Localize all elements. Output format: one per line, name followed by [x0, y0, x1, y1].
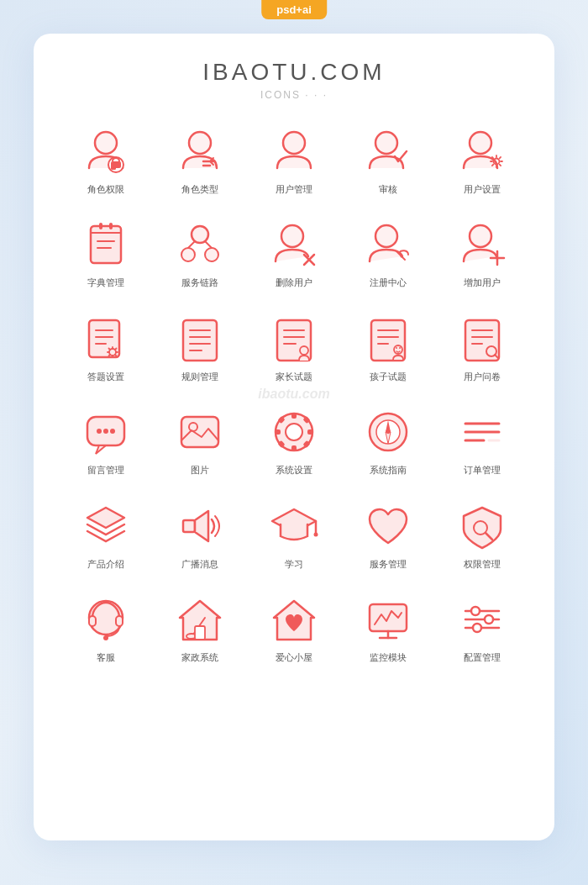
icon-label: 用户设置: [464, 183, 501, 196]
svg-rect-14: [109, 223, 113, 229]
list-item: 服务链路: [153, 211, 247, 296]
list-item: 图片: [153, 398, 247, 483]
card-header: IBAOTU.COM ICONS · · ·: [59, 59, 529, 101]
list-item: 学习: [247, 493, 341, 577]
list-item: 产品介绍: [59, 493, 153, 577]
svg-point-27: [470, 225, 491, 247]
list-item: 注册中心: [341, 211, 435, 296]
icon-label: 孩子试题: [370, 371, 407, 383]
list-item: 字典管理: [59, 211, 153, 296]
icon-label: 规则管理: [181, 371, 218, 383]
svg-point-22: [281, 225, 303, 247]
list-item: 角色权限: [59, 118, 153, 203]
svg-point-51: [399, 347, 401, 349]
svg-point-0: [95, 132, 117, 154]
svg-point-7: [283, 132, 305, 154]
svg-marker-59: [96, 445, 106, 454]
list-item: 用户设置: [435, 118, 529, 203]
svg-point-62: [110, 429, 115, 434]
icons-grid: ibaotu.com 角色权限: [59, 118, 529, 671]
svg-point-61: [103, 429, 108, 434]
list-item: 用户管理: [247, 118, 341, 203]
list-item: 孩子试题: [341, 305, 435, 390]
list-item: 规则管理: [153, 305, 247, 390]
list-item: 用户问卷: [435, 305, 529, 390]
list-item: 答题设置: [59, 305, 153, 390]
icon-label: 角色权限: [87, 183, 124, 196]
icon-label: 家长试题: [276, 371, 312, 383]
icon-label: 服务链路: [181, 277, 218, 289]
icon-label: 服务管理: [370, 558, 407, 571]
top-badge: psd+ai: [261, 0, 327, 19]
list-item: 审核: [341, 118, 435, 203]
svg-point-107: [471, 607, 480, 615]
svg-point-108: [485, 615, 493, 624]
svg-point-8: [375, 132, 397, 154]
list-item: 权限管理: [435, 493, 529, 577]
list-item: 系统指南: [341, 398, 435, 483]
icon-label: 家政系统: [181, 651, 218, 664]
card-title: IBAOTU.COM: [59, 59, 529, 86]
svg-rect-85: [183, 520, 195, 532]
svg-point-9: [470, 132, 491, 154]
svg-rect-67: [291, 413, 297, 419]
svg-rect-99: [195, 626, 205, 640]
list-item: 系统设置: [247, 398, 341, 483]
svg-rect-68: [291, 445, 297, 451]
icon-label: 用户问卷: [464, 371, 501, 383]
svg-point-19: [205, 248, 218, 261]
svg-rect-63: [181, 417, 218, 447]
svg-point-17: [192, 226, 208, 243]
svg-point-25: [375, 225, 397, 247]
icon-label: 增加用户: [464, 277, 501, 289]
list-item: 留言管理: [59, 398, 153, 483]
list-item: 家政系统: [153, 586, 247, 671]
list-item: 订单管理: [435, 398, 529, 483]
icon-label: 角色类型: [181, 183, 218, 196]
svg-rect-45: [371, 320, 405, 361]
svg-point-60: [97, 429, 102, 434]
icon-label: 系统指南: [370, 464, 407, 477]
svg-point-109: [473, 624, 481, 632]
list-item: 广播消息: [153, 493, 247, 577]
main-card: IBAOTU.COM ICONS · · · ibaotu.com: [34, 34, 554, 840]
svg-point-50: [396, 347, 397, 349]
svg-rect-3: [111, 161, 121, 168]
svg-rect-52: [465, 320, 499, 361]
icon-label: 注册中心: [370, 277, 407, 289]
svg-marker-84: [87, 508, 124, 528]
icon-label: 产品介绍: [87, 558, 124, 571]
icon-label: 配置管理: [464, 651, 501, 664]
icon-label: 客服: [97, 651, 115, 664]
icon-label: 留言管理: [87, 464, 124, 477]
list-item: 服务管理: [341, 493, 435, 577]
svg-point-89: [314, 532, 318, 536]
list-item: 家长试题: [247, 305, 341, 390]
svg-rect-69: [275, 429, 281, 435]
list-item: 角色类型: [153, 118, 247, 203]
icon-label: 答题设置: [87, 371, 124, 383]
list-item: 客服: [59, 586, 153, 671]
icon-label: 学习: [285, 558, 303, 571]
svg-rect-94: [116, 616, 123, 626]
svg-point-26: [401, 255, 403, 258]
svg-rect-93: [89, 616, 96, 626]
icon-label: 监控模块: [370, 651, 407, 664]
svg-line-20: [188, 241, 195, 248]
icon-label: 广播消息: [181, 558, 218, 571]
svg-point-95: [103, 635, 108, 640]
icon-label: 权限管理: [464, 558, 501, 571]
svg-marker-86: [195, 511, 208, 541]
icon-label: 爱心小屋: [276, 651, 312, 664]
icon-label: 系统设置: [276, 464, 312, 477]
icon-label: 审核: [379, 183, 397, 196]
list-item: 配置管理: [435, 586, 529, 671]
svg-point-4: [189, 132, 211, 154]
icon-label: 用户管理: [276, 183, 312, 196]
list-item: 监控模块: [341, 586, 435, 671]
list-item: 删除用户: [247, 211, 341, 296]
svg-rect-70: [307, 429, 313, 435]
svg-line-21: [205, 241, 212, 248]
svg-rect-30: [89, 320, 119, 357]
icon-label: 字典管理: [87, 277, 124, 289]
